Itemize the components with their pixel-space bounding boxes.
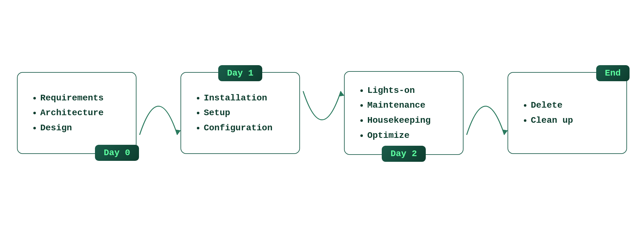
list-day2: Lights-on Maintenance Housekeeping Optim… <box>358 83 449 143</box>
item-lights-on: Lights-on <box>367 83 449 98</box>
item-optimize: Optimize <box>367 128 449 143</box>
stage-day2: Lights-on Maintenance Housekeeping Optim… <box>344 71 464 155</box>
stage-day0: Requirements Architecture Design Day 0 <box>17 72 136 154</box>
list-day1: Installation Setup Configuration <box>195 91 286 136</box>
item-requirements: Requirements <box>40 91 122 106</box>
list-end: Delete Clean up <box>522 98 613 128</box>
box-day1: Day 1 Installation Setup Configuration <box>180 72 300 154</box>
stage-day1: Day 1 Installation Setup Configuration <box>180 72 300 154</box>
box-end: End Delete Clean up <box>508 72 627 154</box>
item-cleanup: Clean up <box>531 113 613 128</box>
arrow-2-to-3 <box>464 72 508 154</box>
item-configuration: Configuration <box>204 121 286 136</box>
arrow-svg-1-2 <box>300 72 344 154</box>
arrow-0-to-1 <box>136 72 180 154</box>
arrow-svg-0-1 <box>136 72 180 154</box>
item-maintenance: Maintenance <box>367 98 449 113</box>
badge-day0: Day 0 <box>95 145 139 161</box>
badge-day2: Day 2 <box>382 146 426 162</box>
item-installation: Installation <box>204 91 286 106</box>
arrow-svg-2-3 <box>464 72 508 154</box>
item-architecture: Architecture <box>40 105 122 121</box>
box-day0: Requirements Architecture Design Day 0 <box>17 72 136 154</box>
list-day0: Requirements Architecture Design <box>31 91 122 136</box>
arrow-1-to-2 <box>300 72 344 154</box>
stage-end: End Delete Clean up <box>508 72 627 154</box>
box-day2: Lights-on Maintenance Housekeeping Optim… <box>344 71 464 155</box>
item-design: Design <box>40 121 122 136</box>
badge-end: End <box>596 65 630 81</box>
item-housekeeping: Housekeeping <box>367 113 449 128</box>
badge-day1: Day 1 <box>218 65 262 81</box>
item-delete: Delete <box>531 98 613 113</box>
item-setup: Setup <box>204 105 286 121</box>
diagram: Requirements Architecture Design Day 0 D… <box>0 0 644 226</box>
